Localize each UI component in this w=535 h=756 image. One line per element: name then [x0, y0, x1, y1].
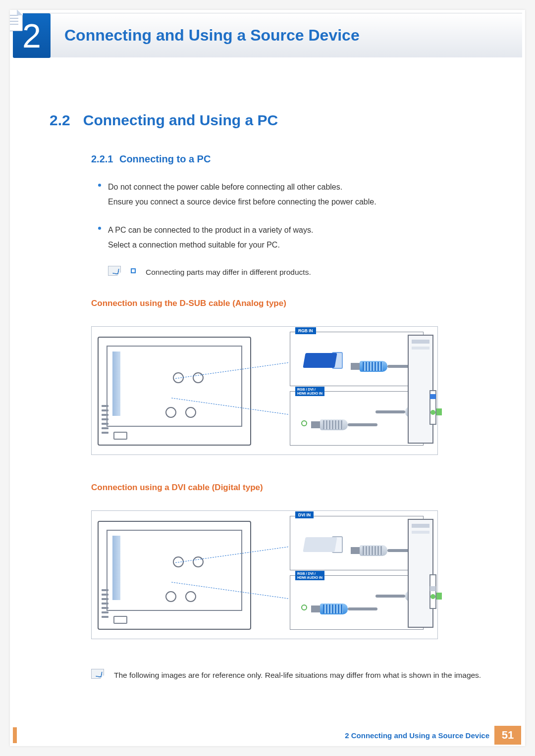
note-text: The following images are for reference o… [114, 669, 481, 682]
note-icon [108, 266, 121, 276]
audio-jack-icon [301, 605, 307, 610]
content-area: 2.2 Connecting and Using a PC 2.2.1 Conn… [10, 57, 525, 682]
diagram-dsub: RGB IN RGB / DVI / HDMI AUDIO IN [91, 326, 438, 455]
audio-cable-icon [320, 601, 379, 617]
bullet-line: Select a connection method suitable for … [108, 241, 280, 249]
port-label: RGB IN [295, 327, 316, 334]
list-item: A PC can be connected to the product in … [98, 223, 495, 253]
note-icon [91, 669, 104, 679]
bullet-line: Do not connect the power cable before co… [108, 183, 342, 191]
section-heading: 2.2 Connecting and Using a PC [50, 112, 495, 129]
section-title: Connecting and Using a PC [83, 112, 278, 129]
vga-port-icon [304, 349, 349, 371]
sub-heading-dsub: Connection using the D-SUB cable (Analog… [91, 299, 495, 308]
callout-rgb-in: RGB IN [290, 332, 424, 386]
callout-dvi-in: DVI IN [290, 516, 424, 570]
subsection-title: Connecting to a PC [119, 153, 211, 164]
chapter-title: Connecting and Using a Source Device [64, 26, 360, 45]
section-number: 2.2 [50, 112, 70, 129]
port-label: RGB / DVI / HDMI AUDIO IN [295, 571, 324, 580]
audio-jack-icon [301, 420, 307, 426]
pc-tower-icon [408, 335, 433, 444]
monitor-rear-icon [98, 521, 251, 630]
bullet-line: Ensure you connect a source device first… [108, 198, 376, 206]
port-label: DVI IN [295, 511, 314, 518]
chapter-number-box: 2 [13, 13, 51, 58]
chapter-number: 2 [22, 16, 41, 55]
port-label: RGB / DVI / HDMI AUDIO IN [295, 387, 324, 396]
footer-accent-bar [13, 727, 17, 743]
bullet-line: A PC can be connected to the product in … [108, 226, 313, 234]
chapter-header: 2 Connecting and Using a Source Device [13, 13, 522, 57]
pc-tower-icon [408, 519, 433, 628]
monitor-rear-icon [98, 337, 251, 446]
audio-cable-icon [320, 416, 379, 433]
sub-heading-dvi: Connection using a DVI cable (Digital ty… [91, 483, 495, 493]
page-footer: 2 Connecting and Using a Source Device 5… [10, 724, 525, 746]
footer-breadcrumb: 2 Connecting and Using a Source Device [345, 731, 489, 740]
bullet-list: Do not connect the power cable before co… [98, 180, 495, 253]
subsection-heading: 2.2.1 Connecting to a PC [91, 153, 495, 165]
note: Connecting parts may differ in different… [108, 266, 495, 279]
page: 2 Connecting and Using a Source Device 2… [10, 10, 525, 746]
page-number: 51 [494, 726, 521, 745]
list-item: Do not connect the power cable before co… [98, 180, 495, 210]
note-text: Connecting parts may differ in different… [146, 266, 311, 279]
note-bullet-icon [131, 268, 136, 273]
subsection-number: 2.2.1 [91, 153, 113, 164]
document-icon [10, 10, 23, 31]
dvi-port-icon [304, 533, 349, 555]
note: The following images are for reference o… [91, 669, 495, 682]
callout-audio-in: RGB / DVI / HDMI AUDIO IN [290, 391, 424, 446]
callout-audio-in: RGB / DVI / HDMI AUDIO IN [290, 575, 424, 630]
diagram-dvi: DVI IN RGB / DVI / HDMI AUDIO IN [91, 510, 438, 639]
